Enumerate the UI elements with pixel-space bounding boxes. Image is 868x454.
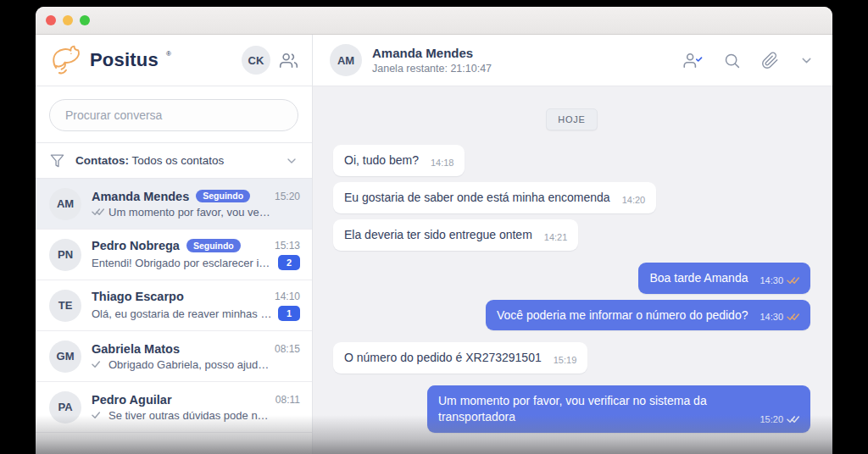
message-status-check-icon (92, 360, 104, 368)
message-meta: 14:21 (544, 232, 568, 243)
contact-avatar: GM (49, 340, 81, 373)
contacts-filter[interactable]: Contatos: Todos os contatos (36, 142, 312, 179)
message-meta: 14:30 (760, 275, 799, 286)
zoom-window-button[interactable] (80, 15, 90, 25)
contact-message-preview: Um momento por favor, vou ve… (108, 206, 300, 219)
contact-last-time: 14:10 (275, 291, 300, 302)
brand: Positus® (49, 43, 170, 77)
delivery-double-check-icon (787, 313, 799, 321)
contact-list-item[interactable]: GMGabriela Matos08:15Obrigado Gabriela, … (36, 331, 312, 382)
following-badge: Seguindo (196, 190, 250, 203)
window-titlebar (36, 7, 832, 35)
following-badge: Seguindo (186, 239, 241, 252)
message-meta: 14:20 (622, 195, 646, 206)
contact-avatar: AM (49, 188, 81, 220)
message-bubble: Boa tarde Amanda14:30 (638, 263, 810, 294)
contact-last-time: 15:13 (275, 240, 300, 252)
chat-header: AM Amanda Mendes Janela restante: 21:10:… (313, 35, 832, 86)
message-time: 14:30 (760, 312, 783, 322)
contacts-users-icon[interactable] (279, 51, 298, 70)
sidebar-header: Positus® CK (36, 35, 312, 86)
message-text: Ela deveria ter sido entregue ontem (344, 227, 532, 243)
message-bubble: Um momento por favor, vou verificar no s… (427, 385, 810, 433)
app-content: Positus® CK (36, 35, 832, 454)
filter-funnel-icon (49, 152, 65, 169)
message-status-check-icon (92, 411, 104, 419)
date-divider-badge: HOJE (546, 108, 598, 130)
chat-contact-info: Amanda Mendes Janela restante: 21:10:47 (372, 46, 492, 75)
unread-count-badge: 2 (278, 255, 300, 270)
filter-label: Contatos: Todos os contatos (75, 154, 224, 167)
search-input[interactable] (49, 99, 298, 131)
message-time: 15:19 (554, 355, 577, 365)
contact-last-time: 15:20 (275, 191, 300, 202)
chat-menu-chevron-down-icon[interactable] (799, 53, 814, 68)
chat-messages-area[interactable]: HOJE Oi, tudo bem?14:18Eu gostaria de sa… (313, 86, 832, 454)
contact-list-item[interactable]: TEThiago Escarpo14:10Olá, eu gostaria de… (36, 280, 312, 331)
message-text: O número do pedido é XR273291501 (344, 350, 542, 366)
message-time: 15:20 (760, 414, 783, 424)
contact-name: Gabriela Matos (92, 342, 180, 356)
minimize-window-button[interactable] (63, 15, 73, 25)
sidebar: Positus® CK (36, 35, 313, 454)
message-text: Um momento por favor, vou verificar no s… (438, 393, 748, 425)
message-text: Oi, tudo bem? (344, 152, 419, 169)
assign-agent-user-check-icon[interactable] (683, 51, 703, 70)
message-text: Você poderia me informar o número do ped… (497, 307, 748, 324)
contact-main: Amanda MendesSeguindo15:20Um momento por… (92, 190, 300, 219)
filter-chevron-down-icon[interactable] (285, 154, 298, 168)
message-text: Eu gostaria de saber onde está minha enc… (344, 190, 610, 206)
contact-name: Pedro Nobrega (92, 239, 180, 252)
incoming-message: Eu gostaria de saber onde está minha enc… (333, 182, 656, 213)
message-time: 14:20 (622, 195, 646, 205)
chat-contact-avatar: AM (330, 44, 362, 76)
delivery-double-check-icon (787, 276, 799, 285)
message-time: 14:18 (431, 158, 454, 168)
chat-panel: AM Amanda Mendes Janela restante: 21:10:… (313, 35, 832, 454)
message-time: 14:30 (760, 275, 783, 285)
message-meta: 15:19 (554, 355, 577, 366)
contact-last-time: 08:15 (275, 343, 300, 355)
message-bubble: Você poderia me informar o número do ped… (486, 300, 810, 331)
attachment-paperclip-icon[interactable] (761, 52, 779, 69)
brand-name: Positus (90, 49, 159, 71)
message-bubble: O número do pedido é XR27329150115:19 (333, 342, 587, 374)
dolphin-logo-icon (49, 43, 83, 77)
contact-name: Amanda Mendes (92, 190, 189, 203)
app-window: Positus® CK (36, 7, 832, 454)
contact-list-item[interactable]: PNPedro NobregaSeguindo15:13Entendi! Obr… (36, 230, 312, 280)
contact-main: Pedro Aguilar08:11Se tiver outras dúvida… (92, 393, 300, 422)
message-text: Boa tarde Amanda (649, 270, 748, 286)
current-user-avatar[interactable]: CK (242, 46, 270, 75)
message-meta: 14:18 (431, 158, 454, 169)
message-status-check-icon (92, 208, 104, 216)
incoming-message: Oi, tudo bem?14:18 (333, 145, 465, 176)
delivery-double-check-icon (787, 415, 799, 424)
close-window-button[interactable] (46, 15, 56, 25)
contact-list-item[interactable]: AMAmanda MendesSeguindo15:20Um momento p… (36, 179, 312, 230)
unread-count-badge: 1 (278, 306, 300, 321)
message-time: 14:21 (544, 232, 568, 242)
contact-message-preview: Obrigado Gabriela, posso ajud… (108, 358, 300, 371)
contact-main: Thiago Escarpo14:10Olá, eu gostaria de r… (92, 290, 300, 321)
brand-registered-mark: ® (166, 50, 171, 58)
contact-avatar: PA (49, 391, 81, 424)
message-meta: 15:20 (760, 414, 799, 425)
contact-list-item[interactable]: PAPedro Aguilar08:11Se tiver outras dúvi… (36, 382, 312, 433)
contact-message-preview: Se tiver outras dúvidas pode n… (108, 409, 300, 422)
chat-header-actions (683, 51, 814, 70)
contact-last-time: 08:11 (275, 394, 300, 406)
message-bubble: Oi, tudo bem?14:18 (333, 145, 465, 176)
contact-main: Gabriela Matos08:15Obrigado Gabriela, po… (92, 342, 300, 371)
contact-name: Thiago Escarpo (92, 290, 184, 303)
contact-list: AMAmanda MendesSeguindo15:20Um momento p… (36, 179, 312, 454)
incoming-message: Ela deveria ter sido entregue ontem14:21 (333, 219, 578, 251)
search-area (36, 86, 312, 142)
incoming-message: O número do pedido é XR27329150115:19 (333, 342, 587, 374)
outgoing-message: Um momento por favor, vou verificar no s… (427, 385, 810, 433)
contact-name: Pedro Aguilar (92, 393, 172, 407)
contact-message-preview: Entendi! Obrigado por esclarecer i… (92, 257, 274, 269)
outgoing-message: Você poderia me informar o número do ped… (486, 300, 810, 331)
message-bubble: Eu gostaria de saber onde está minha enc… (333, 182, 656, 213)
search-in-chat-icon[interactable] (723, 52, 741, 69)
